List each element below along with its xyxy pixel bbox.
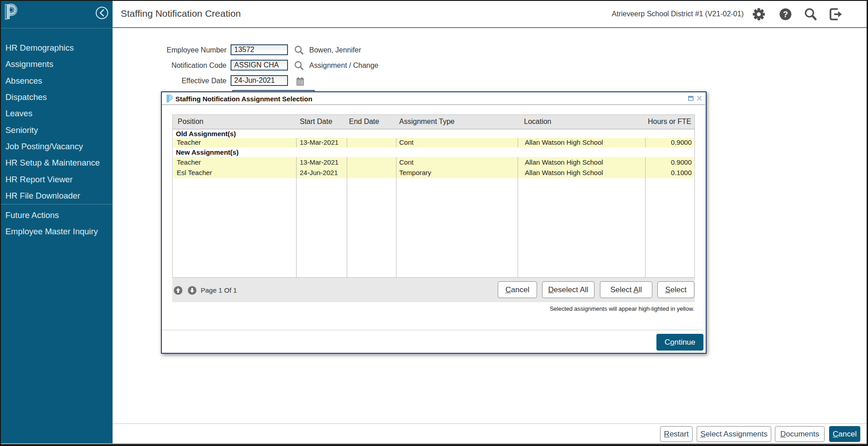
svg-text:?: ?: [783, 10, 788, 19]
